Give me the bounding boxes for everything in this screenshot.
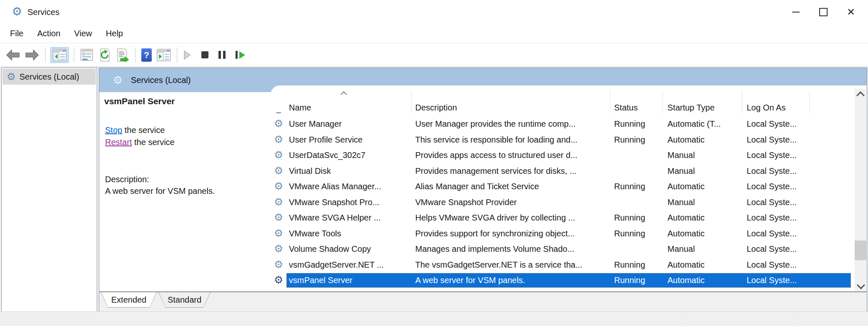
console-tree-panel: ⚙ Services (Local) (1, 68, 97, 312)
table-row[interactable]: ⚙ User Profile Service This service is r… (271, 132, 853, 148)
cell-name: User Manager (289, 119, 409, 129)
table-row[interactable]: ⚙ VMware Snapshot Pro... VMware Snapshot… (271, 195, 853, 211)
sort-ascending-icon (341, 91, 347, 98)
cell-startup-type: Automatic (667, 260, 739, 270)
cell-startup-type: Manual (667, 198, 739, 207)
vertical-scrollbar[interactable] (855, 89, 866, 292)
cell-description: Provides support for synchronizing objec… (415, 229, 609, 238)
toolbar: ? (0, 43, 868, 67)
restart-service-link[interactable]: Restart (105, 138, 132, 147)
forward-button[interactable] (25, 50, 39, 60)
clipped-row-above: ⚙ (274, 112, 284, 116)
column-header-name[interactable]: Name (289, 103, 311, 113)
cell-description: VMware Snapshot Provider (415, 198, 609, 207)
service-icon: ⚙ (274, 134, 283, 145)
column-separator[interactable] (742, 90, 742, 113)
service-icon: ⚙ (274, 259, 283, 271)
service-icon: ⚙ (274, 228, 283, 239)
export-list-button[interactable] (116, 48, 129, 62)
cell-startup-type: Manual (667, 150, 739, 160)
stop-service-link[interactable]: Stop (105, 125, 122, 135)
service-icon: ⚙ (274, 112, 284, 116)
refresh-button[interactable] (98, 48, 111, 62)
cell-description: Alias Manager and Ticket Service (415, 182, 609, 191)
service-icon: ⚙ (274, 118, 283, 130)
table-row[interactable]: ⚙ User Manager User Manager provides the… (271, 116, 853, 132)
toolbar-separator (135, 48, 135, 63)
menu-view[interactable]: View (72, 28, 95, 39)
cell-name: VMware Alias Manager... (289, 182, 409, 191)
tree-item-services-local[interactable]: ⚙ Services (Local) (3, 69, 96, 85)
restart-service-button[interactable] (236, 51, 246, 59)
column-header-log-on-as[interactable]: Log On As (747, 103, 785, 113)
cell-name: UserDataSvc_302c7 (289, 150, 409, 160)
panel-header-gear-icon: ⚙ (113, 74, 123, 86)
cell-description: Provides apps access to structured user … (415, 150, 609, 160)
column-separator[interactable] (662, 90, 663, 113)
cell-log-on-as: Local Syste... (747, 260, 830, 270)
menu-action[interactable]: Action (35, 28, 63, 39)
minimize-button[interactable] (782, 0, 810, 24)
table-row[interactable]: ⚙ vsmGadgetServer.NET ... The vsmGadgetS… (271, 257, 853, 273)
column-header-startup-type[interactable]: Startup Type (667, 103, 715, 113)
column-separator[interactable] (411, 90, 411, 113)
close-button[interactable]: ✕ (837, 0, 865, 24)
table-row[interactable]: ⚙ Volume Shadow Copy Manages and impleme… (271, 241, 853, 257)
help-button[interactable]: ? (141, 48, 152, 62)
tab-label: Extended (101, 292, 157, 308)
cell-name: VMware Snapshot Pro... (289, 198, 409, 207)
service-icon: ⚙ (274, 181, 283, 192)
stop-service-button[interactable] (201, 51, 208, 58)
cell-log-on-as: Local Syste... (747, 119, 830, 129)
start-service-button[interactable] (183, 50, 191, 60)
action-pane-icon (157, 49, 171, 61)
scrollbar-thumb[interactable] (855, 241, 866, 260)
cell-log-on-as: Local Syste... (747, 150, 830, 160)
show-action-pane-button[interactable] (157, 49, 171, 61)
restart-line-suffix: the service (132, 138, 174, 147)
column-separator[interactable] (610, 90, 610, 113)
table-row[interactable]: ⚙ UserDataSvc_302c7 Provides apps access… (271, 148, 853, 163)
table-row[interactable]: ⚙ Virtual Disk Provides management servi… (271, 163, 853, 179)
scroll-down-icon[interactable] (857, 281, 865, 289)
show-console-tree-button[interactable] (50, 47, 69, 63)
cell-name: VMware Tools (289, 229, 409, 238)
table-row-selected[interactable]: ⚙ vsmPanel Server A web server for VSM p… (271, 273, 853, 288)
properties-button[interactable] (80, 49, 93, 61)
table-row[interactable]: ⚙ VMware Tools Provides support for sync… (271, 226, 853, 242)
service-icon: ⚙ (274, 274, 283, 286)
cell-name: vsmGadgetServer.NET ... (289, 260, 409, 270)
scroll-up-icon[interactable] (856, 91, 865, 100)
column-header-description[interactable]: Description (415, 103, 457, 113)
menu-help[interactable]: Help (103, 28, 125, 39)
column-separator[interactable] (809, 90, 810, 113)
minimize-icon (792, 12, 800, 13)
menu-bar: File Action View Help (0, 24, 868, 43)
cell-name: User Profile Service (289, 135, 409, 145)
maximize-icon (819, 8, 828, 16)
service-icon: ⚙ (274, 243, 283, 255)
menu-file[interactable]: File (8, 28, 26, 39)
cell-status: Running (614, 119, 661, 129)
table-row[interactable]: ⚙ VMware Alias Manager... Alias Manager … (271, 179, 853, 195)
table-row[interactable]: ⚙ VMware SVGA Helper ... Helps VMware SV… (271, 210, 853, 226)
column-header-status[interactable]: Status (614, 103, 638, 113)
cell-status: Running (614, 182, 661, 191)
cell-name: Virtual Disk (289, 166, 409, 176)
tab-extended[interactable]: Extended (101, 292, 157, 308)
cell-log-on-as: Local Syste... (747, 166, 830, 176)
back-button[interactable] (6, 50, 20, 60)
description-label: Description: (105, 175, 149, 184)
cell-description: Manages and implements Volume Shado... (415, 244, 609, 254)
maximize-button[interactable] (810, 0, 837, 24)
cell-status: Running (614, 135, 661, 145)
pause-service-button[interactable] (218, 51, 226, 59)
cell-log-on-as: Local Syste... (747, 213, 830, 223)
cell-name: VMware SVGA Helper ... (289, 213, 409, 223)
tab-standard[interactable]: Standard (158, 292, 211, 308)
window-title: Services (28, 0, 60, 24)
service-icon: ⚙ (274, 165, 283, 177)
cell-startup-type: Automatic (667, 276, 739, 285)
console-tree-icon (53, 49, 67, 61)
pause-icon (218, 51, 226, 59)
